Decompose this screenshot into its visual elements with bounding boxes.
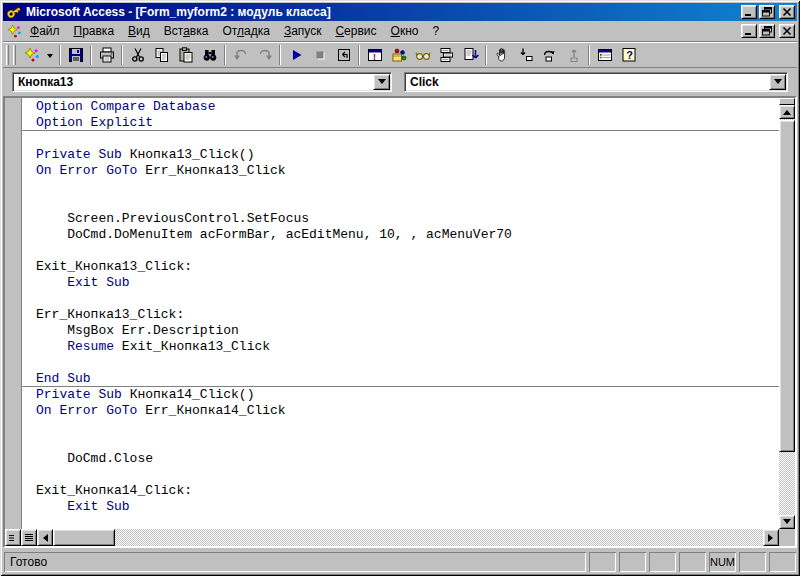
redo-button[interactable]: [253, 44, 276, 66]
reset-button[interactable]: [332, 44, 355, 66]
scroll-down-button[interactable]: [779, 515, 795, 529]
split-handle[interactable]: [779, 98, 795, 105]
code-line[interactable]: [22, 419, 779, 435]
stop-button[interactable]: [308, 44, 331, 66]
child-restore-button[interactable]: [759, 24, 775, 38]
status-panel: [769, 552, 796, 572]
module-icon[interactable]: [5, 23, 23, 39]
code-line[interactable]: Exit Sub: [22, 275, 779, 291]
close-button[interactable]: [779, 5, 795, 19]
step-out-button[interactable]: [562, 44, 585, 66]
paste-button[interactable]: [174, 44, 197, 66]
code-line[interactable]: [22, 355, 779, 371]
event-combo-dropdown-button[interactable]: [769, 74, 786, 90]
arrow-left-icon: [39, 534, 48, 542]
menu-item[interactable]: Файл: [23, 22, 67, 40]
margin-indicator-bar[interactable]: [5, 98, 22, 529]
help-button[interactable]: ?: [617, 44, 640, 66]
code-line[interactable]: Exit_Кнопка13_Click:: [22, 259, 779, 275]
code-line[interactable]: On Error GoTo Err_Кнопка13_Click: [22, 163, 779, 179]
code-lines[interactable]: Option Compare DatabaseOption ExplicitPr…: [22, 98, 779, 529]
code-line[interactable]: DoCmd.Close: [22, 451, 779, 467]
code-line[interactable]: [22, 515, 779, 529]
code-line[interactable]: [22, 179, 779, 195]
code-line[interactable]: Exit_Кнопка14_Click:: [22, 483, 779, 499]
code-line[interactable]: Resume Exit_Кнопка13_Click: [22, 339, 779, 355]
restore-button[interactable]: [759, 5, 775, 19]
menu-bar-items: ФайлПравкаВидВставкаОтладкаЗапускСервисО…: [23, 22, 741, 40]
code-line[interactable]: Option Compare Database: [22, 99, 779, 115]
app-window: Microsoft Access - [Form_myform2 : модул…: [0, 0, 800, 576]
call-stack-button[interactable]: [435, 44, 458, 66]
new-object-button[interactable]: [20, 44, 43, 66]
code-line[interactable]: Err_Кнопка13_Click:: [22, 307, 779, 323]
object-browser-button[interactable]: [387, 44, 410, 66]
arrow-up-icon: [783, 106, 791, 115]
object-combo-dropdown-button[interactable]: [373, 74, 390, 90]
code-line[interactable]: On Error GoTo Err_Кнопка14_Click: [22, 403, 779, 419]
code-line[interactable]: Private Sub Кнопка13_Click(): [22, 147, 779, 163]
new-object-dropdown-button[interactable]: [44, 44, 56, 66]
code-line[interactable]: [22, 467, 779, 483]
toolbar-grip[interactable]: [13, 45, 16, 65]
full-module-view-button[interactable]: [21, 529, 37, 546]
minimize-button[interactable]: [741, 5, 757, 19]
toolbar-grip[interactable]: [6, 45, 9, 65]
undo-button[interactable]: [229, 44, 252, 66]
debug-window-button[interactable]: !: [363, 44, 386, 66]
vertical-scrollbar[interactable]: [779, 98, 795, 529]
compile-icon: [463, 47, 479, 63]
child-close-button[interactable]: [779, 24, 795, 38]
menu-item[interactable]: Отладка: [215, 22, 276, 40]
child-minimize-button[interactable]: [741, 24, 757, 38]
run-button[interactable]: [284, 44, 307, 66]
undo-icon: [233, 47, 249, 63]
menu-item[interactable]: Вставка: [157, 22, 216, 40]
quick-watch-button[interactable]: [411, 44, 434, 66]
code-line[interactable]: DoCmd.DoMenuItem acFormBar, acEditMenu, …: [22, 227, 779, 243]
event-combo-value: Click: [405, 75, 769, 89]
cut-button[interactable]: [126, 44, 149, 66]
code-line[interactable]: Option Explicit: [22, 115, 779, 131]
horizontal-scroll-thumb[interactable]: [53, 529, 115, 546]
step-into-button[interactable]: [514, 44, 537, 66]
procedure-view-button[interactable]: [5, 529, 21, 546]
code-editor: Option Compare DatabaseOption ExplicitPr…: [3, 96, 797, 548]
toggle-breakpoint-button[interactable]: [490, 44, 513, 66]
print-button[interactable]: [95, 44, 118, 66]
code-line[interactable]: [22, 131, 779, 147]
code-line[interactable]: Private Sub Кнопка14_Click(): [22, 387, 779, 403]
code-line[interactable]: MsgBox Err.Description: [22, 323, 779, 339]
menu-item[interactable]: Вид: [121, 22, 157, 40]
scroll-up-button[interactable]: [779, 105, 795, 119]
vertical-scroll-track[interactable]: [779, 119, 795, 515]
menu-item[interactable]: ?: [425, 22, 446, 40]
object-combo[interactable]: Кнопка13: [12, 72, 392, 92]
compile-button[interactable]: [459, 44, 482, 66]
database-window-button[interactable]: [593, 44, 616, 66]
step-over-button[interactable]: [538, 44, 561, 66]
menu-item[interactable]: Запуск: [277, 22, 329, 40]
scroll-right-button[interactable]: [763, 529, 779, 546]
code-line[interactable]: [22, 435, 779, 451]
code-line[interactable]: End Sub: [22, 371, 779, 387]
event-combo[interactable]: Click: [404, 72, 788, 92]
scroll-left-button[interactable]: [37, 529, 53, 546]
code-line[interactable]: Screen.PreviousControl.SetFocus: [22, 211, 779, 227]
chevron-down-icon: [378, 79, 386, 88]
close-icon: [781, 7, 793, 17]
status-panel: [679, 552, 706, 572]
menu-item[interactable]: Сервис: [328, 22, 383, 40]
code-line[interactable]: Exit Sub: [22, 499, 779, 515]
menu-item[interactable]: Правка: [67, 22, 122, 40]
code-line[interactable]: [22, 195, 779, 211]
code-line[interactable]: [22, 291, 779, 307]
menu-item[interactable]: Окно: [384, 22, 426, 40]
arrow-down-icon: [783, 519, 791, 528]
save-button[interactable]: [64, 44, 87, 66]
find-button[interactable]: [198, 44, 221, 66]
vertical-scroll-thumb[interactable]: [779, 120, 795, 452]
horizontal-scroll-track[interactable]: [53, 529, 763, 546]
copy-button[interactable]: [150, 44, 173, 66]
code-line[interactable]: [22, 243, 779, 259]
